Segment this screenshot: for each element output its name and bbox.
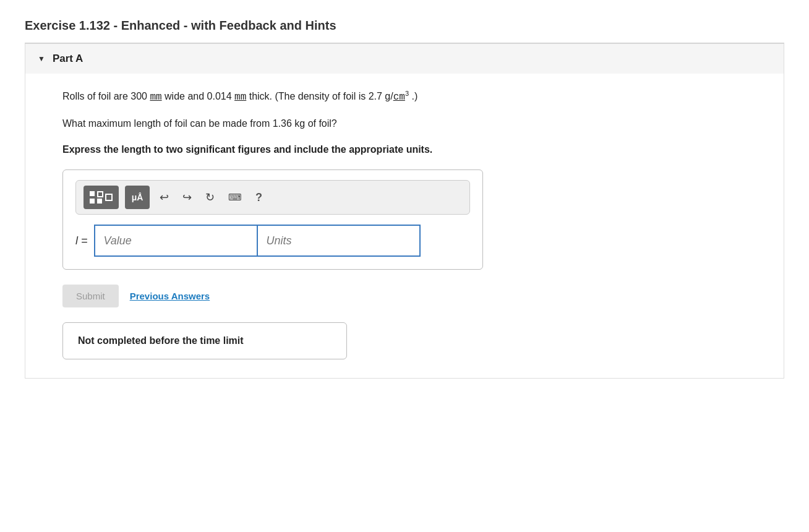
- page-container: Exercise 1.132 - Enhanced - with Feedbac…: [0, 0, 809, 532]
- help-button[interactable]: ?: [252, 189, 266, 207]
- problem-text-2: What maximum length of foil can be made …: [62, 116, 747, 132]
- part-section: ▼ Part A Rolls of foil are 300 mm wide a…: [25, 43, 784, 379]
- part-content: Rolls of foil are 300 mm wide and 0.014 …: [25, 74, 784, 378]
- input-label: l =: [75, 234, 88, 247]
- problem-text-1: Rolls of foil are 300 mm wide and 0.014 …: [62, 88, 747, 106]
- mu-button[interactable]: μÅ: [125, 186, 150, 209]
- value-input[interactable]: [94, 225, 257, 257]
- keyboard-button[interactable]: ⌨: [225, 189, 246, 205]
- action-row: Submit Previous Answers: [62, 285, 747, 307]
- reset-button[interactable]: ↻: [202, 188, 218, 207]
- problem-bold: Express the length to two significant fi…: [62, 142, 747, 158]
- units-input[interactable]: [257, 225, 421, 257]
- notice-text: Not completed before the time limit: [78, 335, 244, 346]
- toolbar: μÅ ↩ ↪ ↻ ⌨ ?: [75, 180, 470, 215]
- input-row: l =: [75, 225, 470, 257]
- part-label: Part A: [53, 53, 83, 65]
- previous-answers-link[interactable]: Previous Answers: [130, 291, 210, 301]
- submit-button[interactable]: Submit: [62, 285, 119, 307]
- redo-button[interactable]: ↪: [179, 188, 195, 207]
- chevron-down-icon: ▼: [38, 54, 45, 63]
- matrix-button[interactable]: [83, 186, 119, 209]
- notice-box: Not completed before the time limit: [62, 322, 347, 359]
- undo-button[interactable]: ↩: [156, 188, 173, 207]
- page-title: Exercise 1.132 - Enhanced - with Feedbac…: [25, 19, 784, 43]
- answer-box: μÅ ↩ ↪ ↻ ⌨ ?: [62, 169, 483, 270]
- part-header[interactable]: ▼ Part A: [25, 44, 784, 74]
